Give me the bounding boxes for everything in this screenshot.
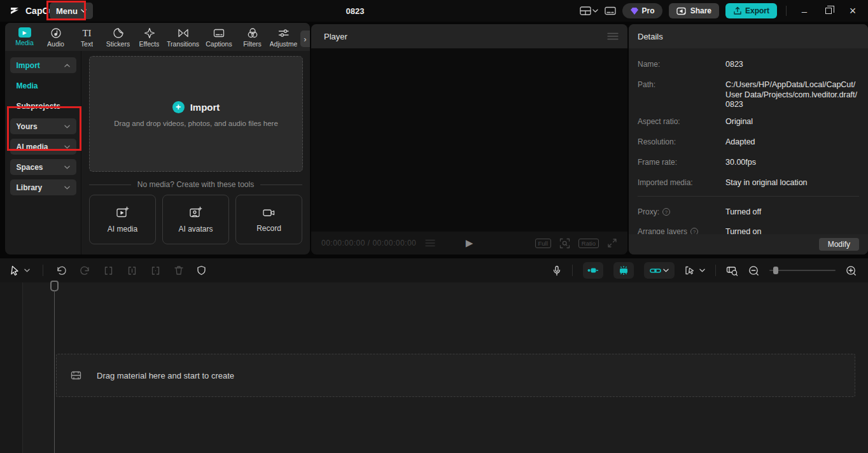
auto-splice-toggle[interactable] — [613, 262, 634, 279]
focus-zoom-icon[interactable] — [559, 238, 570, 249]
sidebar-label: AI media — [17, 143, 48, 151]
tab-effects[interactable]: Effects — [134, 25, 165, 48]
audio-icon — [50, 27, 62, 39]
player-viewport[interactable] — [311, 48, 627, 232]
sidebar-label: Yours — [17, 122, 38, 131]
titlebar-actions: Pro Share Export – × — [580, 0, 868, 22]
help-icon[interactable]: ? — [662, 208, 670, 216]
zoom-out-button[interactable] — [748, 265, 759, 276]
tab-adjustment[interactable]: Adjustme — [268, 25, 299, 48]
sidebar-item-spaces[interactable]: Spaces — [10, 159, 76, 175]
duration-list-icon[interactable] — [425, 239, 435, 247]
tab-label: Media — [15, 39, 34, 46]
preview-axis-button[interactable] — [685, 265, 705, 275]
sidebar-item-import[interactable]: Import — [10, 57, 76, 73]
link-icon — [650, 267, 661, 274]
record-button[interactable]: Record — [235, 195, 302, 244]
tab-label: Audio — [47, 40, 64, 48]
slider-handle[interactable] — [773, 267, 778, 274]
tab-label: Effects — [139, 40, 160, 48]
split-icon[interactable] — [103, 266, 114, 275]
zoom-in-button[interactable] — [846, 265, 857, 276]
magnetic-snap-toggle[interactable] — [583, 262, 603, 279]
player-view-options: Full Ratio — [535, 238, 618, 249]
restore-button[interactable] — [820, 2, 837, 20]
track-header-column — [0, 282, 23, 453]
toolbar-separator — [572, 265, 573, 276]
fullscreen-icon[interactable] — [607, 238, 617, 248]
timeline[interactable]: Drag material here and start to create — [0, 282, 868, 453]
fit-timeline-icon[interactable] — [726, 265, 738, 276]
tab-label: Text — [81, 40, 93, 48]
mask-shield-icon[interactable] — [197, 265, 206, 275]
details-divider — [638, 196, 859, 197]
timeline-tools-right — [552, 262, 868, 279]
tabs-expand-button[interactable]: › — [300, 31, 310, 47]
play-button[interactable]: ▶ — [466, 237, 473, 249]
caret-down-icon — [64, 186, 70, 190]
select-tool-button[interactable] — [10, 265, 30, 275]
timeline-empty-track[interactable]: Drag material here and start to create — [56, 354, 855, 397]
delete-right-icon[interactable] — [150, 266, 161, 275]
link-toggle[interactable] — [644, 262, 675, 279]
modify-button[interactable]: Modify — [819, 238, 859, 251]
caret-down-icon — [64, 145, 70, 149]
pro-button[interactable]: Pro — [622, 3, 662, 18]
preview-axis-icon — [685, 265, 696, 275]
share-button[interactable]: Share — [669, 3, 719, 18]
tab-filters[interactable]: Filters — [237, 25, 268, 48]
media-play-icon: ▶ — [18, 27, 31, 38]
sidebar-item-library[interactable]: Library — [10, 179, 76, 195]
sidebar-item-subprojects[interactable]: Subprojects — [10, 98, 76, 114]
tab-audio[interactable]: Audio — [40, 25, 71, 48]
sidebar-item-ai-media[interactable]: AI media — [10, 139, 76, 155]
minimize-button[interactable]: – — [795, 2, 813, 20]
caret-down-icon — [699, 268, 705, 272]
player-menu-icon[interactable] — [607, 32, 619, 40]
modify-bar: Modify — [629, 234, 868, 254]
sidebar-label: Import — [17, 61, 40, 70]
ai-media-button[interactable]: AI media — [89, 195, 156, 244]
media-sidebar: Import Media Subprojects Yours AI media — [5, 51, 81, 254]
trash-icon[interactable] — [174, 265, 184, 275]
tab-stickers[interactable]: Stickers — [102, 25, 134, 48]
undo-icon[interactable] — [56, 266, 67, 275]
details-row-resolution: Resolution: Adapted — [638, 137, 859, 148]
media-content: + Import Drag and drop videos, photos, a… — [81, 51, 310, 254]
timeline-empty-hint: Drag material here and start to create — [97, 371, 234, 380]
microphone-icon[interactable] — [552, 265, 562, 276]
import-dropzone[interactable]: + Import Drag and drop videos, photos, a… — [89, 56, 303, 172]
text-icon: TI — [82, 27, 91, 39]
sidebar-item-media[interactable]: Media — [10, 78, 76, 94]
tab-text[interactable]: TI Text — [71, 25, 102, 48]
redo-icon[interactable] — [80, 266, 90, 275]
tools-caption: No media? Create with these tools — [89, 180, 302, 189]
transitions-icon — [178, 28, 189, 38]
caret-down-icon — [24, 268, 30, 272]
player-controls: 00:00:00:00 / 00:00:00:00 ▶ Full Ratio — [311, 232, 627, 254]
delete-left-icon[interactable] — [127, 266, 137, 275]
tab-transitions[interactable]: Transitions — [165, 25, 201, 48]
ai-media-icon — [116, 206, 129, 219]
panel-toggle-button[interactable] — [605, 6, 616, 16]
ai-avatars-button[interactable]: AI avatars — [162, 195, 229, 244]
effects-star-icon — [144, 27, 155, 39]
ratio-toggle[interactable]: Ratio — [578, 239, 599, 248]
tab-captions[interactable]: Captions — [201, 25, 237, 48]
details-body: Name: 0823 Path: C:/Users/HP/AppData/Loc… — [629, 48, 868, 254]
details-row-aspect-ratio: Aspect ratio: Original — [638, 117, 859, 127]
timeline-zoom-slider[interactable] — [769, 266, 836, 275]
details-row-frame-rate: Frame rate: 30.00fps — [638, 158, 859, 168]
chevron-down-icon — [592, 9, 598, 13]
layout-switch-button[interactable] — [580, 6, 598, 16]
full-toggle[interactable]: Full — [535, 239, 551, 248]
export-button[interactable]: Export — [725, 3, 777, 18]
tool-label: Record — [256, 224, 281, 233]
proxy-label: Proxy: — [638, 207, 659, 216]
tab-media[interactable]: ▶ Media — [9, 25, 40, 46]
title-bar: CapCut Menu 0823 Pro Share — [0, 0, 868, 22]
close-button[interactable]: × — [844, 2, 862, 20]
timecode-display: 00:00:00:00 / 00:00:00:00 — [321, 239, 416, 247]
sticker-icon — [113, 27, 124, 39]
sidebar-item-yours[interactable]: Yours — [10, 118, 76, 134]
